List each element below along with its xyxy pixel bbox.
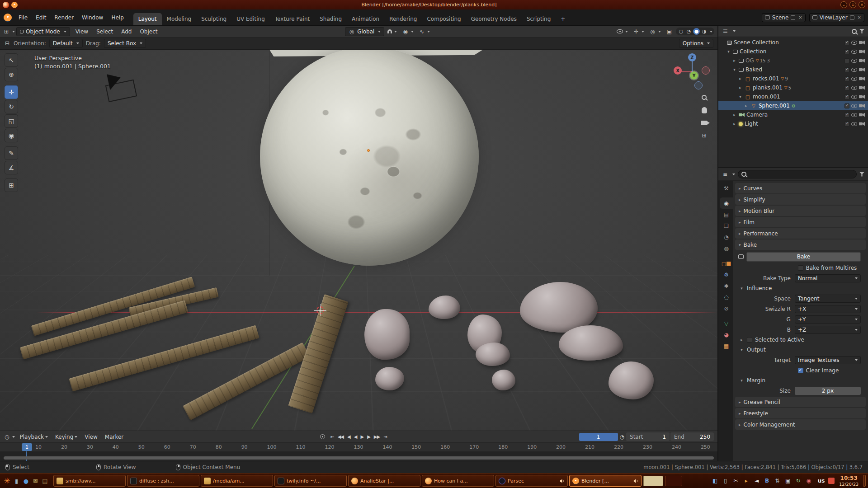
orthographic-toggle-icon[interactable]: ⊞ [702, 132, 706, 139]
hide-viewport-toggle[interactable] [851, 86, 857, 90]
hide-viewport-toggle[interactable] [851, 104, 857, 108]
workspace-tab[interactable]: Scripting [522, 13, 556, 25]
gizmo-z-axis[interactable]: Z [688, 53, 696, 61]
playhead-tag[interactable]: 1 [22, 443, 32, 451]
taskbar-task[interactable]: AnalieStar |... [348, 475, 420, 487]
workspace-tab[interactable]: UV Editing [231, 13, 270, 25]
zoom-icon[interactable] [702, 95, 707, 100]
properties-search[interactable] [738, 170, 857, 178]
rock-object[interactable] [364, 309, 410, 360]
selectable-checkbox[interactable] [844, 113, 849, 117]
tray-icon[interactable]: ▯ [722, 478, 729, 484]
properties-tab[interactable]: ✱ [720, 280, 733, 291]
transform-orientation-dropdown[interactable]: ◎ Global [345, 27, 385, 36]
viewport-menu-item[interactable]: Add [117, 27, 136, 37]
properties-tab[interactable]: ◕ [720, 329, 733, 340]
output-subpanel-header[interactable]: ▾ Output [734, 345, 867, 355]
preview-range-icon[interactable]: ◔ [619, 434, 625, 440]
tray-icon[interactable]: ↻ [795, 478, 802, 484]
properties-tab[interactable]: ◍ [720, 243, 733, 254]
hide-viewport-toggle[interactable] [851, 59, 857, 63]
overlays-dropdown[interactable]: ◎ [647, 28, 662, 36]
rock-object[interactable] [609, 361, 654, 399]
outliner-search-icon[interactable] [852, 29, 857, 34]
tool-button[interactable]: ⊕ [5, 68, 18, 81]
disable-render-toggle[interactable] [859, 41, 865, 45]
properties-tab[interactable]: ◔ [720, 231, 733, 243]
disable-render-toggle[interactable] [859, 104, 865, 108]
taskbar-task[interactable]: Parsec [495, 475, 568, 487]
expander-icon[interactable]: ▾ [738, 94, 743, 99]
outliner-row[interactable]: Scene Collection ▽ [718, 38, 868, 47]
drag-setting-dropdown[interactable]: Select Box [104, 39, 146, 48]
editor-type-icon[interactable]: ⊞ [3, 28, 9, 35]
properties-tab[interactable]: ◌ [720, 291, 733, 303]
workspace-tab[interactable]: Shading [315, 13, 347, 25]
selectable-checkbox[interactable] [844, 122, 849, 127]
playback-button[interactable]: ⇤ [329, 434, 335, 440]
timeline-ruler[interactable]: 1 10203040506070809010011012013014015016… [0, 442, 717, 451]
start-frame-field[interactable]: Start 1 [626, 432, 670, 441]
properties-tab[interactable]: ■ [720, 258, 733, 269]
disable-render-toggle[interactable] [859, 95, 865, 99]
bake-from-multires-checkbox[interactable] [798, 265, 803, 271]
disable-render-toggle[interactable] [859, 86, 865, 90]
workspace-tab[interactable]: Rendering [384, 13, 422, 25]
tray-icon[interactable]: ⇅ [774, 478, 781, 484]
expander-icon[interactable]: ▾ [732, 67, 737, 72]
tray-icon[interactable]: ▸ [743, 478, 750, 484]
timeline-menu-item[interactable]: Keying [52, 432, 81, 441]
gizmos-dropdown[interactable]: ✛ [631, 28, 646, 36]
mode-dropdown[interactable]: Object Mode [16, 27, 70, 36]
workspace-tab[interactable]: Texture Paint [270, 13, 315, 25]
scene-selector[interactable]: Scene × [762, 13, 806, 22]
selectable-checkbox[interactable] [844, 67, 849, 72]
outliner-row[interactable]: ▸ rocks.001 ▽ 9 [718, 74, 868, 83]
snap-toggle[interactable] [386, 28, 399, 34]
timeline-track[interactable] [0, 451, 717, 461]
bake-type-dropdown[interactable]: Normal [795, 274, 861, 282]
outliner-filter-icon[interactable] [859, 29, 864, 33]
playback-button[interactable]: ◀ [352, 434, 359, 440]
panel-header[interactable]: ▸ Motion Blur [735, 206, 866, 216]
proportional-edit-toggle[interactable]: ◉ [400, 28, 415, 36]
workspace-tab[interactable]: Geometry Nodes [466, 13, 522, 25]
selectable-checkbox[interactable] [844, 103, 849, 108]
rock-object[interactable] [476, 343, 510, 366]
workspace-tab[interactable]: + [556, 13, 570, 25]
tool-button[interactable]: ◉ [5, 129, 18, 142]
playback-button[interactable]: ▶ [365, 434, 372, 440]
viewport-menu-item[interactable]: Select [92, 27, 117, 37]
selected-to-active-checkbox[interactable] [747, 337, 752, 343]
viewport-canvas[interactable]: User Perspective (1) moon.001 | Sphere.0… [0, 50, 717, 431]
viewport-menu-item[interactable]: View [71, 27, 92, 37]
properties-search-input[interactable] [749, 172, 853, 177]
disable-render-toggle[interactable] [859, 122, 865, 126]
timeline-menu-item[interactable]: Playback [16, 432, 52, 441]
close-button[interactable]: × [859, 1, 865, 8]
properties-tab[interactable]: ⊘ [720, 303, 733, 314]
panel-header[interactable]: ▸ Simplify [735, 194, 866, 205]
taskbar-task[interactable]: twily.info ~/... [274, 475, 347, 487]
launcher-icon[interactable]: ✉ [31, 476, 40, 486]
selectable-checkbox[interactable] [844, 76, 849, 81]
outliner-row[interactable]: ▸ planks.001 ▽ 5 [718, 83, 868, 92]
playback-button[interactable]: ⇥ [382, 434, 388, 440]
properties-tab[interactable]: ▤ [720, 209, 733, 220]
hide-viewport-toggle[interactable] [851, 50, 857, 54]
tool-button[interactable]: ∡ [5, 161, 18, 174]
tool-button[interactable]: ✛ [5, 85, 18, 99]
panel-header[interactable]: ▸ Performance [735, 228, 866, 239]
tool-button[interactable]: ◱ [5, 114, 18, 128]
disable-render-toggle[interactable] [859, 59, 865, 63]
disable-render-toggle[interactable] [859, 68, 865, 72]
disable-render-toggle[interactable] [859, 77, 865, 81]
workspace-tab[interactable]: Sculpting [196, 13, 231, 25]
window-menu-icon[interactable] [3, 2, 9, 8]
panel-header[interactable]: ▸ Freestyle [735, 408, 866, 418]
viewlayer-selector[interactable]: ViewLayer × [809, 13, 864, 22]
workspace-tab[interactable]: Compositing [422, 13, 466, 25]
menu-item[interactable]: Render [50, 13, 78, 23]
auto-keying-icon[interactable] [320, 434, 325, 439]
launcher-icon[interactable]: ● [21, 476, 31, 486]
